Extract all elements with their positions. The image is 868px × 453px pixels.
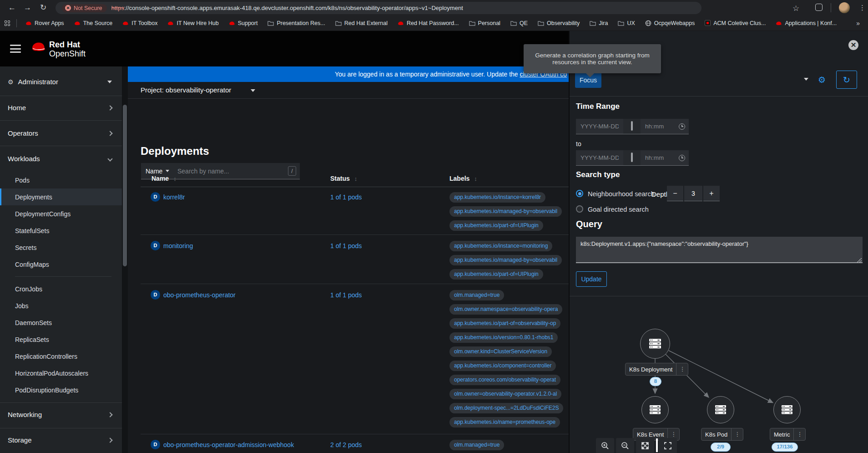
sort-icon[interactable]: ↕ [474, 175, 477, 182]
sidebar-item-operators[interactable]: Operators [0, 125, 122, 142]
caret-down-icon[interactable] [251, 89, 255, 92]
zoom-out-button[interactable] [616, 438, 634, 453]
label-chip[interactable]: app.kubernetes.io/managed-by=observabil [449, 206, 562, 217]
label-chip[interactable]: app.kubernetes.io/instance=monitoring [449, 241, 552, 251]
gear-icon[interactable]: ⚙ [818, 75, 826, 85]
sidebar-item-replicationcontrollers[interactable]: ReplicationControllers [0, 348, 122, 365]
sort-icon[interactable]: ↕ [173, 175, 177, 182]
bookmark-it-new-hire-hub[interactable]: IT New Hire Hub [163, 19, 222, 28]
bookmark-ocpqewebapps[interactable]: OcpqeWebapps [641, 19, 699, 28]
graph-node-k8s-pod[interactable] [707, 396, 734, 423]
graph-node-metric[interactable] [773, 396, 801, 423]
bookmark-observability[interactable]: Observability [534, 19, 584, 28]
column-header-labels[interactable]: Labels↕ [449, 175, 477, 182]
bookmark-red-hat-password[interactable]: Red Hat Password... [394, 19, 463, 28]
search-input[interactable] [177, 168, 288, 175]
scrollbar-thumb[interactable] [123, 105, 127, 266]
sidebar-item-pods[interactable]: Pods [0, 172, 122, 188]
label-chip[interactable]: olm.owner.namespace=observability-opera [449, 304, 562, 315]
graph-label-k8s-deployment[interactable]: K8s Deployment ⋮ [625, 363, 688, 376]
sidebar-item-replicasets[interactable]: ReplicaSets [0, 331, 122, 348]
close-icon[interactable]: ✕ [848, 40, 858, 50]
pods-status-link[interactable]: 1 of 1 pods [330, 291, 362, 299]
bookmark-personal[interactable]: Personal [465, 19, 505, 28]
bookmark-the-source[interactable]: The Source [70, 19, 117, 28]
bookmark-presentation-res[interactable]: Presentation Res... [263, 19, 329, 28]
depth-decrement-button[interactable]: − [667, 186, 683, 201]
graph-label-metric[interactable]: Metric ⋮ [770, 428, 806, 441]
sidebar-item-daemonsets[interactable]: DaemonSets [0, 314, 122, 331]
graph-node-k8s-deployment[interactable] [640, 329, 670, 359]
label-chip[interactable]: olm.owner.kind=ClusterServiceVersion [449, 346, 552, 357]
sort-icon[interactable]: ↕ [354, 175, 358, 182]
update-button[interactable]: Update [576, 271, 607, 287]
sync-button[interactable]: ↻ [836, 71, 857, 89]
deployment-name-link[interactable]: obo-prometheus-operator [163, 291, 236, 299]
bookmark-jira[interactable]: Jira [585, 19, 612, 28]
sidebar-item-home[interactable]: Home [0, 99, 122, 116]
apps-grid-icon[interactable] [5, 20, 10, 26]
label-chip[interactable]: app.kubernetes.io/part-of=UIPlugin [449, 220, 543, 231]
label-chip[interactable]: olm.owner=observability-operator.v1.2.0-… [449, 389, 561, 399]
kebab-menu-icon[interactable]: ⋮ [793, 428, 805, 440]
sidebar-item-deploymentconfigs[interactable]: DeploymentConfigs [0, 205, 122, 222]
fit-to-screen-button[interactable] [659, 438, 677, 453]
graph-label-k8s-pod[interactable]: K8s Pod ⋮ [701, 428, 743, 441]
bookmark-support[interactable]: Support [225, 19, 262, 28]
kebab-menu-icon[interactable]: ⋮ [676, 363, 688, 375]
url-bar[interactable]: ✕ Not Secure https://console-openshift-c… [56, 2, 701, 14]
back-icon[interactable]: ← [8, 0, 16, 15]
neighbourhood-search-label[interactable]: Neighbourhood search [588, 190, 655, 198]
sidebar-item-workloads[interactable]: Workloads [0, 150, 122, 167]
bookmark-it-toolbox[interactable]: IT Toolbox [118, 19, 161, 28]
bookmark-qe[interactable]: QE [506, 19, 532, 28]
column-header-name[interactable]: Name↕ [151, 175, 177, 182]
sidebar-item-cronjobs[interactable]: CronJobs [0, 280, 122, 297]
bookmark-rover-apps[interactable]: Rover Apps [21, 19, 68, 28]
project-selector[interactable]: Project: observability-operator [141, 82, 231, 98]
sidebar-item-statefulsets[interactable]: StatefulSets [0, 222, 122, 239]
depth-value[interactable]: 3 [684, 186, 702, 201]
nav-toggle-hamburger-icon[interactable] [10, 45, 21, 55]
bookmark-acm-coletive-cluster[interactable]: ACM Coletive Clus... [701, 19, 770, 28]
label-chip[interactable]: operators.coreos.com/observability-opera… [449, 375, 560, 385]
end-date-input[interactable] [576, 150, 623, 166]
forward-icon[interactable]: → [24, 0, 31, 15]
label-chip[interactable]: olm.managed=true [449, 440, 504, 450]
sidebar-item-jobs[interactable]: Jobs [0, 297, 122, 314]
start-date-input[interactable] [576, 119, 623, 134]
perspective-switcher[interactable]: ⚙ Administrator [0, 73, 122, 90]
browser-menu-icon[interactable]: ⋮ [859, 4, 866, 12]
bookmark-ux[interactable]: UX [614, 19, 639, 28]
sidebar-item-deployments[interactable]: Deployments [0, 188, 122, 205]
goal-directed-search-label[interactable]: Goal directed search [588, 206, 649, 213]
label-chip[interactable]: app.kubernetes.io/managed-by=observabil [449, 255, 562, 265]
pods-status-link[interactable]: 1 of 1 pods [330, 193, 362, 201]
calendar-button[interactable] [623, 150, 641, 166]
extensions-icon[interactable] [815, 4, 823, 11]
deployment-name-link[interactable]: obo-prometheus-operator-admission-webhoo… [163, 441, 294, 448]
calendar-button[interactable] [623, 119, 641, 134]
pods-status-link[interactable]: 2 of 2 pods [330, 441, 362, 448]
neighbourhood-search-radio[interactable] [576, 190, 583, 197]
label-chip[interactable]: app.kubernetes.io/part-of=observability-… [449, 318, 560, 329]
label-chip[interactable]: app.kubernetes.io/part-of=UIPlugin [449, 269, 543, 280]
not-secure-badge[interactable]: ✕ Not Secure [62, 4, 107, 12]
label-chip[interactable]: app.kubernetes.io/component=controller [449, 361, 556, 371]
deployment-name-link[interactable]: korrel8r [163, 193, 185, 201]
sidebar-item-networking[interactable]: Networking [0, 406, 122, 423]
profile-avatar[interactable] [839, 2, 850, 13]
query-textarea[interactable]: k8s:Deployment.v1.apps:{"namespace":"obs… [576, 237, 863, 263]
label-chip[interactable]: app.kubernetes.io/version=0.80.1-rhobs1 [449, 332, 558, 343]
label-chip[interactable]: app.kubernetes.io/instance=korrel8r [449, 192, 545, 203]
bookmarks-overflow-chevron[interactable]: » [856, 20, 863, 27]
reload-icon[interactable]: ↻ [40, 0, 46, 15]
sidebar-item-configmaps[interactable]: ConfigMaps [0, 256, 122, 273]
sidebar-item-poddisruptionbudgets[interactable]: PodDisruptionBudgets [0, 382, 122, 398]
bookmark-star-icon[interactable]: ☆ [792, 4, 799, 13]
sidebar-item-secrets[interactable]: Secrets [0, 239, 122, 256]
chevron-down-icon[interactable] [804, 78, 808, 81]
bookmark-applications-konf[interactable]: Applications | Konf... [772, 19, 841, 28]
label-chip[interactable]: olm.deployment-spec...=2LdDuFsdiCiFE2S [449, 403, 563, 413]
sidebar-item-horizontalpodautoscalers[interactable]: HorizontalPodAutoscalers [0, 365, 122, 382]
